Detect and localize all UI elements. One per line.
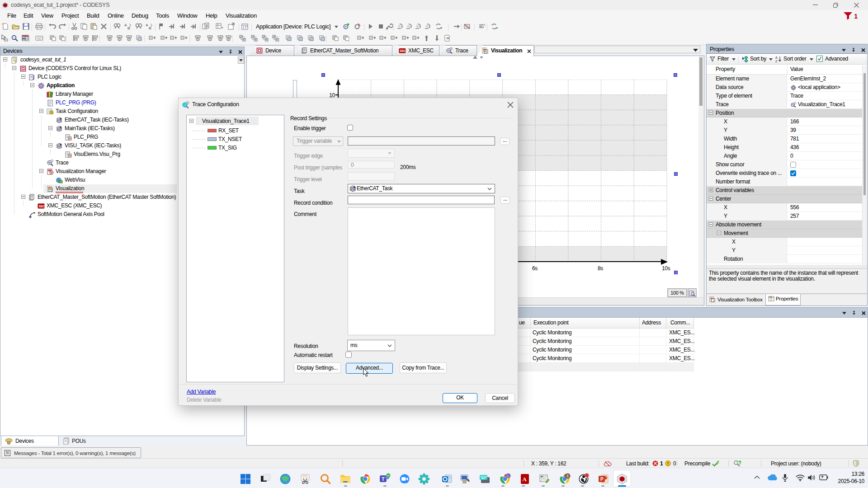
svg-text:A: A xyxy=(146,23,148,27)
svg-text:A: A xyxy=(523,476,527,483)
svg-text:1: 1 xyxy=(854,12,858,20)
svg-text:zoom: zoom xyxy=(402,483,407,485)
svg-text:T: T xyxy=(382,476,385,482)
svg-text:A: A xyxy=(124,23,127,27)
svg-text:SSC: SSC xyxy=(39,205,45,208)
svg-text:L: L xyxy=(507,474,509,478)
svg-text:Z: Z xyxy=(775,60,778,63)
svg-text:P: P xyxy=(600,477,604,482)
svg-text:A: A xyxy=(775,56,778,59)
svg-text:SSC: SSC xyxy=(400,49,406,52)
